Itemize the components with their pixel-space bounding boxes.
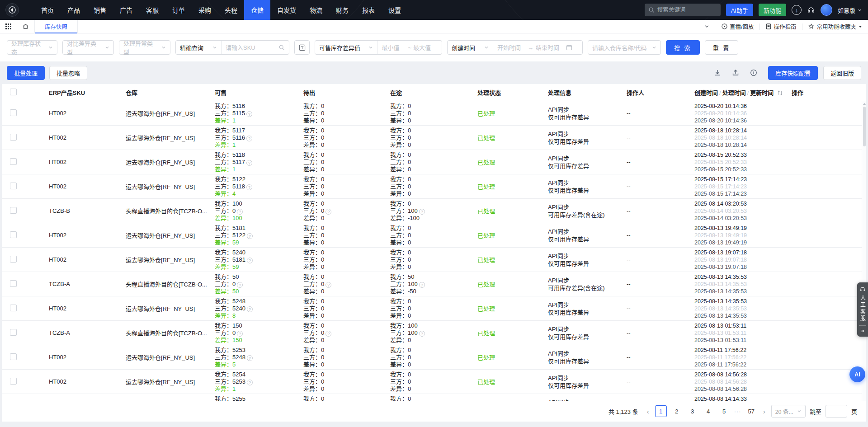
nav-item-settings[interactable]: 设置: [382, 0, 408, 20]
row-checkbox[interactable]: [10, 353, 17, 360]
page-4[interactable]: 4: [703, 405, 714, 417]
new-feature-button[interactable]: 新功能: [759, 4, 786, 16]
page-size-select[interactable]: 20 条...: [771, 405, 806, 418]
collapse-filters-icon[interactable]: [698, 24, 716, 29]
row-checkbox[interactable]: [10, 231, 17, 238]
question-circle-icon[interactable]: ?: [237, 209, 243, 215]
start-time-input[interactable]: [497, 44, 525, 51]
row-checkbox[interactable]: [10, 280, 17, 287]
nav-item-ads[interactable]: 广告: [113, 0, 139, 20]
export-download-icon[interactable]: [714, 69, 721, 76]
question-circle-icon[interactable]: ?: [247, 258, 253, 263]
tab-inventory-snapshot[interactable]: 库存快照: [34, 20, 78, 33]
ai-assistant-button[interactable]: AI助手: [726, 4, 753, 16]
version-menu[interactable]: 如意版: [838, 6, 862, 14]
row-checkbox[interactable]: [10, 134, 17, 141]
row-checkbox[interactable]: [10, 109, 17, 116]
filter-diff-type-select[interactable]: 对比差异类型: [62, 40, 114, 55]
app-logo-icon[interactable]: [5, 3, 19, 17]
row-checkbox[interactable]: [10, 378, 17, 385]
global-search-input[interactable]: [657, 7, 712, 13]
calendar-icon[interactable]: [566, 44, 572, 51]
nav-item-first-leg[interactable]: 头程: [218, 0, 244, 20]
nav-item-purchasing[interactable]: 采购: [192, 0, 218, 20]
nav-item-logistics[interactable]: 物流: [303, 0, 329, 20]
warehouse-select[interactable]: 请输入仓库名称/代码: [588, 40, 661, 55]
global-search[interactable]: [645, 4, 721, 16]
nav-item-warehouse[interactable]: 仓储: [244, 0, 270, 20]
import-upload-icon[interactable]: [732, 69, 739, 76]
customer-service-tab[interactable]: 人工客服 »: [857, 282, 868, 337]
guide-link[interactable]: 操作指南: [760, 22, 802, 31]
question-circle-icon[interactable]: ?: [247, 355, 253, 361]
info-icon[interactable]: [750, 69, 757, 76]
download-center-icon[interactable]: ↓: [792, 5, 802, 15]
back-to-old-button[interactable]: 返回旧版: [823, 66, 861, 80]
ai-floating-button[interactable]: AI: [849, 366, 865, 382]
page-ellipsis[interactable]: ···: [734, 408, 741, 415]
home-icon[interactable]: [17, 20, 34, 33]
nav-item-home[interactable]: 首页: [34, 0, 61, 20]
page-57[interactable]: 57: [745, 405, 757, 417]
question-circle-icon[interactable]: ?: [419, 209, 425, 215]
diff-value-select[interactable]: 可售库存差异值: [315, 41, 377, 54]
page-2[interactable]: 2: [671, 405, 683, 417]
scrollbar-thumb[interactable]: [863, 107, 866, 146]
question-circle-icon[interactable]: ?: [246, 160, 252, 166]
question-circle-icon[interactable]: ?: [246, 136, 252, 141]
question-circle-icon[interactable]: ?: [419, 282, 425, 288]
search-button[interactable]: 搜 索: [666, 40, 700, 55]
sort-icon[interactable]: [777, 90, 783, 96]
row-checkbox[interactable]: [10, 256, 17, 263]
scroll-up-arrow-icon[interactable]: [863, 103, 866, 105]
collapse-panel-icon[interactable]: »: [861, 327, 864, 335]
nav-item-finance[interactable]: 财务: [329, 0, 355, 20]
row-checkbox[interactable]: [10, 158, 17, 165]
question-circle-icon[interactable]: ?: [247, 306, 253, 312]
nav-item-orders[interactable]: 订单: [165, 0, 192, 20]
question-circle-icon[interactable]: ?: [326, 331, 331, 337]
next-page-arrow[interactable]: ›: [761, 408, 767, 415]
row-checkbox[interactable]: [10, 329, 17, 336]
batch-ignore-button[interactable]: 批量忽略: [49, 66, 87, 80]
nav-item-sales[interactable]: 销售: [87, 0, 113, 20]
reset-button[interactable]: 重 置: [705, 40, 739, 55]
row-checkbox[interactable]: [10, 305, 17, 311]
question-circle-icon[interactable]: ?: [326, 209, 331, 215]
headset-icon[interactable]: [807, 6, 815, 14]
batch-input-button[interactable]: [294, 40, 310, 55]
nav-item-customer-service[interactable]: 客服: [139, 0, 165, 20]
min-value-input[interactable]: [382, 44, 406, 51]
question-circle-icon[interactable]: ?: [326, 282, 331, 288]
query-mode-select[interactable]: 精确查询: [176, 41, 221, 54]
row-checkbox[interactable]: [10, 183, 17, 189]
jump-page-input[interactable]: [826, 405, 847, 418]
user-avatar[interactable]: [821, 4, 832, 16]
time-type-select[interactable]: 创建时间: [448, 41, 493, 54]
end-time-input[interactable]: [536, 44, 564, 51]
row-checkbox[interactable]: [10, 207, 17, 214]
question-circle-icon[interactable]: ?: [246, 111, 252, 117]
select-all-checkbox[interactable]: [10, 89, 17, 95]
max-value-input[interactable]: [413, 44, 438, 51]
question-circle-icon[interactable]: ?: [237, 282, 243, 288]
live-replay-link[interactable]: 直播/回放: [716, 22, 760, 31]
filter-error-type-select[interactable]: 处理异常类型: [119, 40, 170, 55]
question-circle-icon[interactable]: ?: [237, 331, 243, 337]
question-circle-icon[interactable]: ?: [247, 233, 253, 239]
snapshot-config-button[interactable]: 库存快照配置: [768, 66, 818, 80]
batch-process-button[interactable]: 批量处理: [7, 66, 45, 80]
nav-item-self-delivery[interactable]: 自发货: [270, 0, 303, 20]
sku-input[interactable]: [226, 44, 276, 51]
favorites-menu[interactable]: 常用功能收藏夹: [802, 22, 868, 31]
question-circle-icon[interactable]: ?: [246, 184, 252, 190]
page-1[interactable]: 1: [655, 405, 667, 417]
page-5[interactable]: 5: [718, 405, 730, 417]
question-circle-icon[interactable]: ?: [247, 380, 253, 385]
apps-grid-icon[interactable]: [0, 20, 17, 33]
filter-process-status-select[interactable]: 处理库存状态: [7, 40, 57, 55]
nav-item-reports[interactable]: 报表: [355, 0, 382, 20]
question-circle-icon[interactable]: ?: [419, 331, 425, 337]
page-3[interactable]: 3: [687, 405, 698, 417]
prev-page-arrow[interactable]: ‹: [645, 408, 651, 415]
